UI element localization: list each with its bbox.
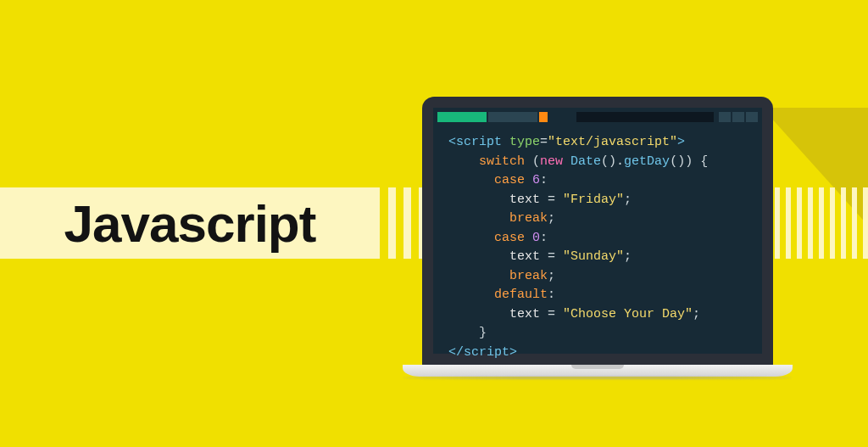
window-min-icon [719, 112, 731, 122]
code-token: case [494, 173, 525, 187]
code-token: = [540, 135, 548, 149]
code-token: break [509, 211, 548, 226]
code-token: ; [548, 269, 555, 283]
laptop-shadow [762, 108, 868, 447]
bar [403, 187, 411, 259]
code-token: > [677, 135, 685, 149]
laptop: <script type="text/javascript"> switch (… [422, 97, 773, 379]
code-token: case [494, 231, 525, 245]
bar [797, 187, 802, 259]
page-title: Javascript [64, 193, 316, 254]
code-token: type [509, 135, 540, 149]
code-token: text [509, 307, 540, 321]
code-token: text [509, 249, 540, 264]
code-token: script [464, 345, 509, 360]
code-token: text [509, 193, 540, 207]
bar [863, 187, 868, 259]
bar [841, 187, 846, 259]
code-token: 0 [532, 231, 540, 245]
code-token: > [509, 345, 517, 360]
code-token: = [540, 307, 563, 321]
code-token: "Sunday" [563, 249, 624, 264]
code-token: "text/javascript" [548, 135, 677, 149]
tab-inactive [488, 112, 537, 122]
code-token: switch [479, 154, 525, 169]
code-token: ; [693, 307, 700, 321]
title-band: Javascript [0, 187, 380, 259]
code-token: getDay [624, 154, 670, 169]
decorative-bars-left [388, 187, 426, 259]
window-close-icon [746, 112, 758, 122]
editor-tabbar [437, 112, 758, 122]
laptop-base [403, 365, 793, 377]
bar [819, 187, 824, 259]
bar [786, 187, 791, 259]
code-token: ; [624, 193, 632, 207]
tab-active [437, 112, 487, 122]
bar [808, 187, 813, 259]
code-token: } [479, 326, 487, 340]
bar [775, 187, 780, 259]
tab-marker [539, 112, 548, 122]
code-token: "Friday" [563, 193, 624, 207]
bar [852, 187, 857, 259]
code-token: = [540, 249, 563, 264]
code-token: </ [448, 345, 464, 360]
code-token: = [540, 193, 563, 207]
code-token: <script [448, 135, 502, 149]
laptop-frame: <script type="text/javascript"> switch (… [422, 97, 773, 365]
code-editor-content: <script type="text/javascript"> switch (… [448, 133, 708, 362]
code-token: default [494, 288, 548, 302]
bar [830, 187, 835, 259]
laptop-base-shadow [403, 377, 793, 379]
code-token: "Choose Your Day" [563, 307, 693, 321]
laptop-screen: <script type="text/javascript"> switch (… [433, 108, 762, 354]
code-token: ; [624, 249, 632, 264]
code-token: 6 [532, 173, 540, 187]
code-token: ; [548, 211, 555, 226]
code-token: { [700, 154, 708, 169]
tab-panel [576, 112, 714, 122]
bar [388, 187, 396, 259]
code-token: break [509, 269, 548, 283]
code-token: Date [570, 154, 601, 169]
window-max-icon [732, 112, 744, 122]
code-token: new [540, 154, 563, 169]
tab-spacer [548, 112, 576, 122]
